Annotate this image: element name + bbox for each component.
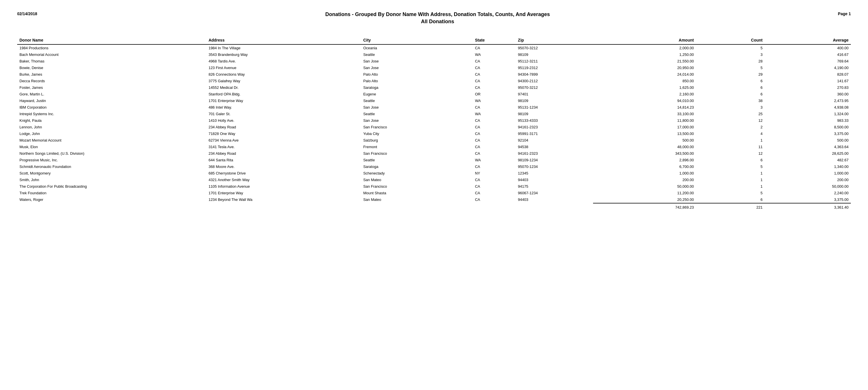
cell-average: 4,363.64 <box>765 144 851 150</box>
report-subtitle: All Donations <box>37 19 838 25</box>
cell-state: CA <box>473 58 516 64</box>
cell-city: Schenectady <box>361 170 473 176</box>
cell-city: Eugene <box>361 91 473 98</box>
cell-amount: 11,800.00 <box>593 117 696 124</box>
cell-state: CA <box>473 190 516 196</box>
cell-city: Yuba City <box>361 130 473 137</box>
cell-amount: 94,010.00 <box>593 98 696 104</box>
cell-address: 1701 Enterprise Way <box>206 98 361 104</box>
cell-address: 701 Galer St. <box>206 111 361 117</box>
cell-state: CA <box>473 84 516 91</box>
cell-amount: 200.00 <box>593 176 696 183</box>
cell-zip: 95119-2312 <box>516 64 593 71</box>
cell-average: 28,625.00 <box>765 150 851 157</box>
cell-donor: Scott, Montgomery <box>17 170 206 176</box>
cell-average: 1,000.00 <box>765 170 851 176</box>
cell-average: 2,473.95 <box>765 98 851 104</box>
table-row: Musk, Elon3141 Tesla Ave.FremontCA945384… <box>17 144 851 150</box>
cell-address: 14552 Medical Dr. <box>206 84 361 91</box>
cell-city: Seattle <box>361 98 473 104</box>
cell-average: 360.00 <box>765 91 851 98</box>
cell-average: 50,000.00 <box>765 183 851 190</box>
cell-city: San Mateo <box>361 196 473 203</box>
cell-amount: 14,814.23 <box>593 104 696 111</box>
cell-count: 28 <box>696 58 765 64</box>
cell-average: 3,375.00 <box>765 196 851 203</box>
cell-city: Seattle <box>361 51 473 58</box>
totals-average: 3,361.40 <box>765 203 851 211</box>
totals-empty-donor <box>17 203 206 211</box>
table-row: Hayward, Justin1701 Enterprise WaySeattl… <box>17 98 851 104</box>
col-header-count: Count <box>696 36 765 45</box>
table-row: Smith, John4321 Another Smith WaySan Mat… <box>17 176 851 183</box>
cell-zip: 95133-4333 <box>516 117 593 124</box>
cell-city: Palo Alto <box>361 78 473 84</box>
cell-average: 769.64 <box>765 58 851 64</box>
report-date: 02/14/2018 <box>17 11 37 16</box>
cell-zip: 96067-1234 <box>516 190 593 196</box>
cell-city: San Mateo <box>361 176 473 183</box>
cell-state: CA <box>473 163 516 170</box>
cell-amount: 11,200.00 <box>593 190 696 196</box>
cell-zip: 98109 <box>516 98 593 104</box>
cell-donor: Mozart Memorial Account <box>17 137 206 144</box>
cell-address: 1984 In The Village <box>206 45 361 51</box>
cell-city: San Francisco <box>361 124 473 130</box>
cell-address: 368 Moore Ave. <box>206 163 361 170</box>
table-row: Mozart Memorial Account62734 Vienna AveS… <box>17 137 851 144</box>
cell-average: 2,240.00 <box>765 190 851 196</box>
cell-state: NY <box>473 170 516 176</box>
cell-count: 1 <box>696 183 765 190</box>
report-page: Page 1 <box>838 11 851 16</box>
cell-average: 416.67 <box>765 51 851 58</box>
cell-zip: 97401 <box>516 91 593 98</box>
table-row: Burke, James826 Connections WayPalo Alto… <box>17 71 851 78</box>
cell-address: 1234 Beyond The Wall Wa <box>206 196 361 203</box>
cell-state: OR <box>473 91 516 98</box>
cell-address: 1701 Enterprise Way <box>206 190 361 196</box>
cell-count: 4 <box>696 130 765 137</box>
cell-amount: 20,950.00 <box>593 64 696 71</box>
cell-state: CA <box>473 124 516 130</box>
col-header-donor: Donor Name <box>17 36 206 45</box>
cell-zip: 94300-2112 <box>516 78 593 84</box>
cell-donor: Decca Records <box>17 78 206 84</box>
cell-amount: 24,014.00 <box>593 71 696 78</box>
cell-donor: IBM Corporation <box>17 104 206 111</box>
cell-average: 828.07 <box>765 71 851 78</box>
cell-state: CA <box>473 150 516 157</box>
cell-address: 4321 Another Smith Way <box>206 176 361 183</box>
report-title: Donations - Grouped By Donor Name With A… <box>37 11 838 18</box>
table-row: Foster, James14552 Medical Dr.SaratogaCA… <box>17 84 851 91</box>
cell-amount: 2,160.00 <box>593 91 696 98</box>
cell-city: San Francisco <box>361 183 473 190</box>
cell-address: 486 Intel Way. <box>206 104 361 111</box>
cell-zip: 95070-3212 <box>516 45 593 51</box>
cell-state: CA <box>473 196 516 203</box>
cell-city: Mount Shasta <box>361 190 473 196</box>
cell-zip: 94161-2323 <box>516 150 593 157</box>
cell-city: Salzburg <box>361 137 473 144</box>
cell-amount: 2,896.00 <box>593 157 696 163</box>
table-row: Bowie, Denise123 First AvenueSan JoseCA9… <box>17 64 851 71</box>
cell-city: Oceania <box>361 45 473 51</box>
totals-empty-zip <box>516 203 593 211</box>
cell-average: 1,340.00 <box>765 163 851 170</box>
cell-state: CA <box>473 130 516 137</box>
cell-zip: 95991-3171 <box>516 130 593 137</box>
cell-count: 29 <box>696 71 765 78</box>
cell-amount: 48,000.00 <box>593 144 696 150</box>
cell-donor: Gore, Martin L. <box>17 91 206 98</box>
cell-amount: 500.00 <box>593 137 696 144</box>
cell-count: 1 <box>696 170 765 176</box>
cell-amount: 17,000.00 <box>593 124 696 130</box>
cell-zip: 95070-3212 <box>516 84 593 91</box>
cell-count: 12 <box>696 117 765 124</box>
table-row: Baker, Thomas4968 Tardis Ave.San JoseCA9… <box>17 58 851 64</box>
cell-city: Fremont <box>361 144 473 150</box>
cell-zip: 12345 <box>516 170 593 176</box>
cell-count: 6 <box>696 157 765 163</box>
cell-average: 400.00 <box>765 45 851 51</box>
cell-count: 6 <box>696 196 765 203</box>
cell-donor: Baker, Thomas <box>17 58 206 64</box>
